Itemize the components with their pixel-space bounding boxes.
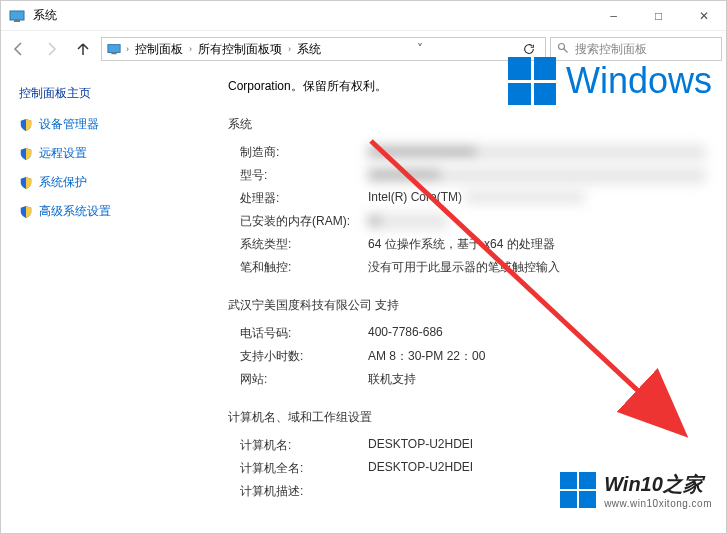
row-value: 64 位操作系统，基于 x64 的处理器 (368, 236, 706, 253)
sidebar-item-advanced[interactable]: 高级系统设置 (19, 203, 196, 220)
content-area: Corporation。保留所有权利。 系统 制造商:xxxxxxxxxxxxx… (196, 67, 726, 534)
chevron-icon[interactable]: › (189, 44, 192, 54)
section-heading: 武汉宁美国度科技有限公司 支持 (228, 297, 706, 314)
row-value: DESKTOP-U2HDEI (368, 437, 706, 454)
row-label: 已安装的内存(RAM): (228, 213, 368, 230)
sidebar-item-label: 高级系统设置 (39, 203, 111, 220)
sidebar-item-remote[interactable]: 远程设置 (19, 145, 196, 162)
up-button[interactable] (69, 35, 97, 63)
row-value: 400-7786-686 (368, 325, 706, 342)
sidebar-heading[interactable]: 控制面板主页 (19, 85, 196, 102)
row-phone: 电话号码:400-7786-686 (228, 322, 706, 345)
sidebar-item-label: 系统保护 (39, 174, 87, 191)
refresh-icon[interactable] (517, 42, 541, 56)
section-system: 系统 制造商:xxxxxxxxxxxxxxxxxx 型号:xxxxxxxxxxx… (228, 116, 706, 279)
svg-rect-1 (14, 20, 20, 22)
svg-line-5 (564, 48, 568, 52)
row-label: 计算机名: (228, 437, 368, 454)
breadcrumb[interactable]: › 控制面板 › 所有控制面板项 › 系统 ˅ (101, 37, 546, 61)
shield-icon (19, 205, 33, 219)
svg-rect-2 (108, 45, 120, 53)
row-processor: 处理器:Intel(R) Core(TM) xx (228, 187, 706, 210)
row-value-blurred: xxxxxxxxxxxxxxxxxx (368, 144, 706, 161)
window-title: 系统 (33, 7, 57, 24)
windows-icon (508, 57, 556, 105)
row-website: 网站:联机支持 (228, 368, 706, 391)
system-icon (106, 41, 122, 57)
main-area: 控制面板主页 设备管理器 远程设置 系统保护 高级系统设置 Corporatio… (1, 67, 726, 534)
row-value: Intel(R) Core(TM) xx (368, 190, 706, 207)
sidebar-item-label: 设备管理器 (39, 116, 99, 133)
row-label: 计算机全名: (228, 460, 368, 477)
row-label: 计算机描述: (228, 483, 368, 500)
svg-rect-0 (10, 11, 24, 20)
row-systype: 系统类型:64 位操作系统，基于 x64 的处理器 (228, 233, 706, 256)
window-controls: – □ ✕ (591, 1, 726, 30)
svg-point-4 (559, 43, 565, 49)
watermark-url: www.win10xitong.com (604, 498, 712, 509)
row-model: 型号:xxxxxxxxxxxx (228, 164, 706, 187)
row-manufacturer: 制造商:xxxxxxxxxxxxxxxxxx (228, 141, 706, 164)
row-label: 型号: (228, 167, 368, 184)
watermark-title: Win10之家 (604, 471, 712, 498)
watermark: Win10之家 www.win10xitong.com (556, 467, 716, 513)
search-icon (557, 42, 569, 57)
breadcrumb-item[interactable]: 系统 (295, 41, 323, 58)
dropdown-icon[interactable]: ˅ (408, 42, 432, 56)
breadcrumb-item[interactable]: 控制面板 (133, 41, 185, 58)
sidebar-item-device-manager[interactable]: 设备管理器 (19, 116, 196, 133)
sidebar-item-label: 远程设置 (39, 145, 87, 162)
row-ram: 已安装的内存(RAM):xx (228, 210, 706, 233)
row-hours: 支持小时数:AM 8：30-PM 22：00 (228, 345, 706, 368)
section-heading: 计算机名、域和工作组设置 (228, 409, 706, 426)
system-icon (9, 8, 25, 24)
chevron-icon[interactable]: › (126, 44, 129, 54)
forward-button (37, 35, 65, 63)
row-value-blurred: xxxxxxxxxxxx (368, 167, 706, 184)
search-input[interactable] (575, 42, 715, 56)
online-support-link[interactable]: 联机支持 (368, 371, 706, 388)
row-value: AM 8：30-PM 22：00 (368, 348, 706, 365)
row-value: 没有可用于此显示器的笔或触控输入 (368, 259, 706, 276)
row-value-blurred: xx (368, 213, 448, 230)
shield-icon (19, 176, 33, 190)
close-button[interactable]: ✕ (681, 1, 726, 30)
section-heading: 系统 (228, 116, 706, 133)
row-label: 处理器: (228, 190, 368, 207)
row-label: 网站: (228, 371, 368, 388)
windows-icon (560, 472, 596, 508)
chevron-icon[interactable]: › (288, 44, 291, 54)
sidebar-item-protection[interactable]: 系统保护 (19, 174, 196, 191)
back-button[interactable] (5, 35, 33, 63)
svg-rect-3 (111, 53, 116, 55)
windows-logo: Windows (508, 57, 726, 105)
minimize-button[interactable]: – (591, 1, 636, 30)
maximize-button[interactable]: □ (636, 1, 681, 30)
row-label: 笔和触控: (228, 259, 368, 276)
shield-icon (19, 118, 33, 132)
row-pentouch: 笔和触控:没有可用于此显示器的笔或触控输入 (228, 256, 706, 279)
shield-icon (19, 147, 33, 161)
breadcrumb-item[interactable]: 所有控制面板项 (196, 41, 284, 58)
sidebar: 控制面板主页 设备管理器 远程设置 系统保护 高级系统设置 (1, 67, 196, 534)
windows-text: Windows (566, 60, 726, 102)
row-computername: 计算机名:DESKTOP-U2HDEI (228, 434, 706, 457)
row-label: 支持小时数: (228, 348, 368, 365)
row-label: 系统类型: (228, 236, 368, 253)
section-support: 武汉宁美国度科技有限公司 支持 电话号码:400-7786-686 支持小时数:… (228, 297, 706, 391)
row-label: 制造商: (228, 144, 368, 161)
row-label: 电话号码: (228, 325, 368, 342)
